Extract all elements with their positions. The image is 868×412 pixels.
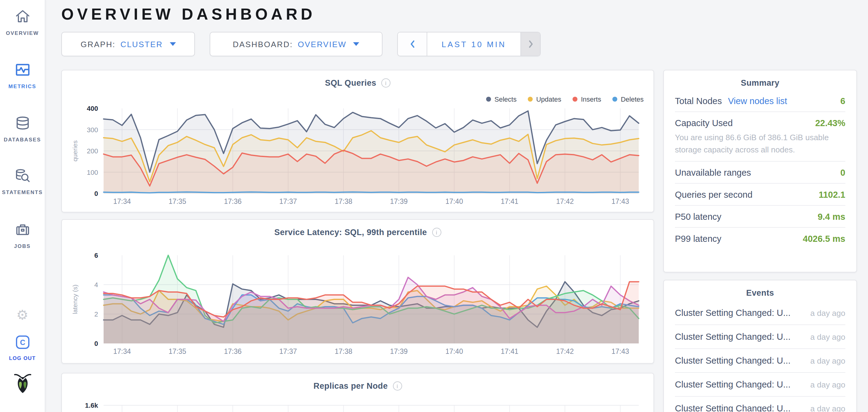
summary-row-capacity-used: Capacity Used 22.43% You are using 86.6 … [675,111,845,161]
sidebar-item-label: STATEMENTS [0,189,45,195]
svg-text:17:42: 17:42 [556,198,574,205]
summary-row-total-nodes: Total Nodes View nodes list 6 [675,90,845,111]
legend-dot [527,97,532,102]
service-latency-card: Service Latency: SQL, 99th percentile i … [61,219,654,364]
graph-dropdown[interactable]: GRAPH: CLUSTER [61,32,195,56]
metrics-graph-icon [14,62,30,78]
dashboard-dropdown[interactable]: DASHBOARD: OVERVIEW [210,32,382,56]
graph-dropdown-value: CLUSTER [120,39,163,49]
svg-text:17:39: 17:39 [390,347,408,355]
summary-value: 9.4 ms [818,212,845,221]
event-row[interactable]: Cluster Setting Changed: U... a day ago [675,396,845,412]
events-title: Events [746,288,774,298]
svg-text:6: 6 [94,251,98,259]
database-icon [14,115,30,131]
summary-value: 0 [840,168,845,177]
replicas-per-node-card: Replicas per Node i 1.6k [61,373,654,412]
svg-text:17:43: 17:43 [612,347,629,355]
view-nodes-list-link[interactable]: View nodes list [728,96,787,106]
chart-title: Replicas per Node [314,381,388,390]
svg-text:100: 100 [87,169,98,176]
sidebar-item-label: JOBS [0,243,45,249]
legend-dot [612,97,617,102]
sidebar-item-label: METRICS [0,83,45,90]
service-latency-chart: 17:3417:3517:3617:3717:3817:3917:4017:41… [69,250,646,357]
summary-row-p99: P99 latency 4026.5 ms [675,227,845,249]
svg-text:17:35: 17:35 [168,198,186,205]
sql-queries-card: SQL Queries i Selects Updates Inserts De… [61,70,654,212]
svg-text:17:34: 17:34 [113,347,131,355]
app-window: OVERVIEW METRICS DATABASES [0,0,868,412]
time-range-value[interactable]: LAST 10 MIN [427,32,521,56]
sql-queries-chart: 17:3417:3517:3617:3717:3817:3917:4017:41… [69,103,646,207]
summary-value: 1102.1 [819,190,845,200]
gear-icon[interactable]: ⚙ [0,309,45,322]
event-row[interactable]: Cluster Setting Changed: U... a day ago [675,372,845,396]
summary-title: Summary [741,78,779,88]
cockroach-c-icon: C [14,334,30,350]
svg-text:1.6k: 1.6k [85,402,98,409]
chevron-left-icon [409,40,415,48]
info-icon[interactable]: i [381,78,391,88]
svg-text:17:34: 17:34 [113,198,131,205]
sidebar-item-databases[interactable]: DATABASES [0,115,45,143]
event-row[interactable]: Cluster Setting Changed: U... a day ago [675,324,845,348]
events-panel: Events Cluster Setting Changed: U... a d… [663,280,857,412]
legend-item: Deletes [612,96,644,103]
dashboard-dropdown-value: OVERVIEW [298,39,347,49]
summary-row-p50: P50 latency 9.4 ms [675,205,845,227]
svg-text:17:41: 17:41 [501,347,519,355]
svg-text:17:37: 17:37 [279,198,297,205]
svg-text:200: 200 [87,147,98,155]
svg-text:0: 0 [94,190,98,198]
chart-title: SQL Queries [325,78,376,88]
page-title: OVERVIEW DASHBOARD [61,5,316,24]
sidebar-item-metrics[interactable]: METRICS [0,62,45,90]
statements-search-icon [14,168,30,184]
summary-row-unavailable-ranges: Unavailable ranges 0 [675,161,845,183]
chevron-down-icon [353,42,359,46]
svg-text:300: 300 [87,126,98,134]
summary-panel: Summary Total Nodes View nodes list 6 Ca… [663,70,857,272]
svg-text:17:35: 17:35 [168,347,186,355]
cockroachdb-logo[interactable] [0,372,45,397]
svg-text:17:38: 17:38 [335,347,352,355]
legend-dot [572,97,577,102]
svg-text:17:41: 17:41 [501,198,519,205]
sidebar-item-statements[interactable]: STATEMENTS [0,168,45,195]
dashboard-dropdown-label: DASHBOARD: [233,39,293,49]
sidebar-item-label: DATABASES [0,137,45,143]
capacity-used-subtext: You are using 86.6 GiB of 386.1 GiB usab… [675,132,845,156]
svg-text:17:39: 17:39 [390,198,408,205]
svg-text:latency (s): latency (s) [71,285,79,314]
chart-title: Service Latency: SQL, 99th percentile [274,228,427,237]
info-icon[interactable]: i [393,381,402,390]
svg-text:17:37: 17:37 [279,347,297,355]
sidebar-item-jobs[interactable]: JOBS [0,221,45,249]
chevron-right-icon [527,40,534,48]
svg-text:400: 400 [87,105,98,112]
replicas-per-node-chart: 1.6k [69,400,646,412]
time-range-selector: LAST 10 MIN [397,32,541,56]
logout-button[interactable]: C LOG OUT [0,334,45,361]
svg-text:17:40: 17:40 [445,347,463,355]
info-icon[interactable]: i [432,228,441,237]
svg-text:17:36: 17:36 [224,198,242,205]
svg-text:queries: queries [71,140,79,162]
event-row[interactable]: Cluster Setting Changed: U... a day ago [675,301,845,324]
time-range-prev-button[interactable] [398,32,427,56]
legend-item: Selects [486,96,517,103]
summary-value: 4026.5 ms [803,234,845,244]
svg-text:2: 2 [94,310,98,318]
legend-dot [486,97,491,102]
chart-legend: Selects Updates Inserts Deletes [475,96,644,103]
chevron-down-icon [169,42,176,46]
svg-text:17:40: 17:40 [445,198,463,205]
sidebar-item-label: OVERVIEW [0,30,45,36]
sidebar-item-overview[interactable]: OVERVIEW [0,8,45,36]
event-row[interactable]: Cluster Setting Changed: U... a day ago [675,348,845,372]
home-icon [14,8,30,25]
svg-text:17:36: 17:36 [224,347,242,355]
time-range-next-button[interactable] [521,32,540,56]
svg-text:17:38: 17:38 [335,198,352,205]
